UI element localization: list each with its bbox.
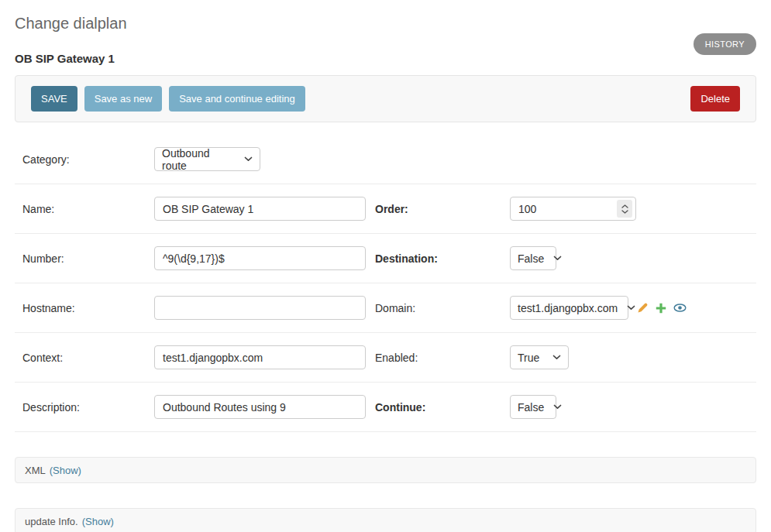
destination-select[interactable]: False <box>510 246 556 270</box>
category-row: Category: Outbound route <box>15 135 756 184</box>
xml-section-header: XML (Show) <box>15 457 756 483</box>
stepper-up-icon <box>621 204 628 208</box>
xml-show-link[interactable]: (Show) <box>50 465 81 476</box>
enabled-selected-value: True <box>518 352 539 364</box>
context-label: Context: <box>22 352 154 364</box>
description-label: Description: <box>22 401 154 414</box>
eye-view-icon[interactable] <box>673 304 687 312</box>
submit-row: SAVE Save as new Save and continue editi… <box>15 75 756 122</box>
name-label: Name: <box>22 203 154 215</box>
update-info-section-header: update Info. (Show) <box>15 508 756 532</box>
number-stepper[interactable] <box>617 200 632 218</box>
update-info-show-link[interactable]: (Show) <box>82 516 114 527</box>
dialplan-form: Category: Outbound route Name: Order: <box>15 135 756 432</box>
domain-label: Domain: <box>375 302 510 314</box>
chevron-down-icon <box>553 256 562 261</box>
name-order-row: Name: Order: <box>15 184 756 234</box>
order-field <box>510 197 636 221</box>
hostname-label: Hostname: <box>22 302 154 314</box>
category-selected-value: Outbound route <box>162 147 235 172</box>
category-select[interactable]: Outbound route <box>154 147 260 171</box>
save-and-continue-button[interactable]: Save and continue editing <box>169 86 305 112</box>
update-info-section-title: update Info. <box>25 516 78 527</box>
object-title: OB SIP Gateway 1 <box>15 52 756 65</box>
category-label: Category: <box>22 153 154 166</box>
name-input[interactable] <box>154 197 366 221</box>
history-button[interactable]: HISTORY <box>694 33 756 55</box>
destination-selected-value: False <box>518 252 544 265</box>
number-label: Number: <box>22 252 154 265</box>
continue-label: Continue: <box>375 401 510 414</box>
description-input[interactable] <box>154 395 366 419</box>
domain-select[interactable]: test1.djangopbx.com <box>510 296 628 320</box>
chevron-down-icon <box>244 156 253 162</box>
xml-section-title: XML <box>25 465 46 476</box>
delete-button[interactable]: Delete <box>690 86 740 112</box>
plus-add-icon[interactable] <box>656 303 666 314</box>
enabled-label: Enabled: <box>375 352 510 364</box>
chevron-down-icon <box>627 305 635 311</box>
hostname-input[interactable] <box>154 296 366 320</box>
save-as-new-button[interactable]: Save as new <box>84 86 162 112</box>
destination-label: Destination: <box>375 252 510 265</box>
order-label: Order: <box>375 203 510 215</box>
context-enabled-row: Context: Enabled: True <box>15 333 756 383</box>
change-dialplan-page: Change dialplan HISTORY OB SIP Gateway 1… <box>0 0 771 532</box>
continue-select[interactable]: False <box>510 395 556 419</box>
stepper-down-icon <box>621 210 628 214</box>
save-button[interactable]: SAVE <box>31 86 77 112</box>
domain-selected-value: test1.djangopbx.com <box>518 302 618 314</box>
continue-selected-value: False <box>518 401 544 414</box>
number-destination-row: Number: Destination: False <box>15 234 756 283</box>
number-input[interactable] <box>154 246 366 270</box>
description-continue-row: Description: Continue: False <box>15 383 756 432</box>
enabled-select[interactable]: True <box>510 345 569 369</box>
pencil-edit-icon[interactable] <box>637 302 649 314</box>
page-title: Change dialplan <box>15 0 756 33</box>
chevron-down-icon <box>553 404 562 410</box>
hostname-domain-row: Hostname: Domain: test1.djangopbx.com <box>15 283 756 333</box>
chevron-down-icon <box>552 355 561 360</box>
context-input[interactable] <box>154 345 366 369</box>
domain-related-actions <box>637 302 687 314</box>
